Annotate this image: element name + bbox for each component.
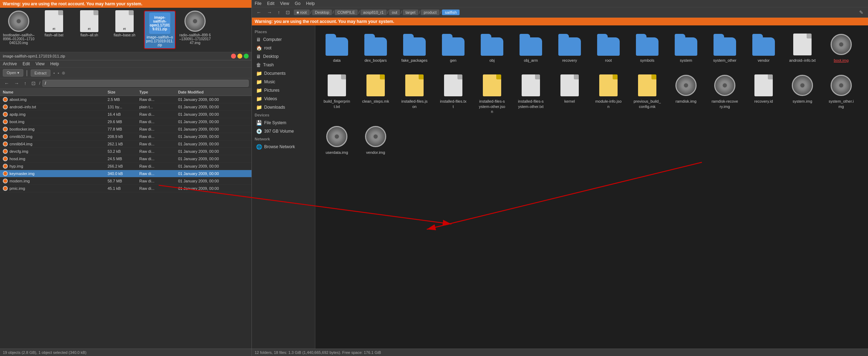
sidebar-pictures[interactable]: 📁Pictures — [252, 86, 315, 95]
breadcrumb-desktop[interactable]: Desktop — [312, 10, 332, 15]
location-input[interactable] — [42, 80, 249, 87]
menu-view[interactable]: View — [36, 61, 45, 66]
archive-row[interactable]: apdp.img 16.4 kB Raw di... 01 January 20… — [0, 111, 251, 118]
grid-item[interactable]: root — [593, 31, 624, 65]
grid-item[interactable]: data — [321, 31, 353, 65]
grid-item-icon — [364, 125, 387, 148]
archive-row[interactable]: cmnlib64.img 262.1 kB Raw di... 01 Janua… — [0, 140, 251, 148]
thumb-flash-base[interactable]: #! flash–base.sh — [109, 11, 140, 49]
right-nav-back[interactable]: ← — [255, 9, 263, 16]
breadcrumb-sailfish[interactable]: sailfish — [442, 10, 460, 15]
breadcrumb-compile[interactable]: COMPILE — [335, 10, 358, 15]
grid-item[interactable]: android–info.txt — [787, 31, 818, 65]
grid-item[interactable]: previous_build_config.mk — [631, 72, 663, 116]
sidebar-desktop[interactable]: 🖥Desktop — [252, 52, 315, 61]
archive-row[interactable]: devcfg.img 53.2 kB Raw di... 01 January … — [0, 148, 251, 155]
sidebar-root[interactable]: 🏠root — [252, 44, 315, 52]
thumb-bootloader[interactable]: bootloader–sailfish–8996–012001–17100401… — [3, 11, 35, 49]
sidebar-filesystem[interactable]: 💾File System — [252, 119, 315, 127]
nav-back[interactable]: ← — [3, 80, 11, 87]
grid-item[interactable]: kernel — [554, 72, 585, 116]
right-nav-up[interactable]: ↑ — [276, 9, 282, 16]
grid-item[interactable]: module-info.json — [593, 72, 624, 116]
right-nav-home[interactable]: ⊡ — [284, 9, 292, 16]
menu-edit[interactable]: Edit — [23, 61, 30, 66]
right-menu-file[interactable]: File — [255, 1, 261, 6]
file-type-cell: Raw di... — [139, 179, 178, 183]
open-button[interactable]: Open ▾ — [3, 69, 23, 77]
file-disk-icon — [3, 112, 8, 117]
grid-item[interactable]: ramdisk-recovery.img — [709, 72, 741, 116]
nav-home[interactable]: ⊡ — [30, 80, 37, 87]
archive-row[interactable]: bootlocker.img 77.8 MB Raw di... 01 Janu… — [0, 126, 251, 133]
sidebar-trash[interactable]: 🗑Trash — [252, 61, 315, 69]
col-size[interactable]: Size — [108, 90, 139, 94]
col-date[interactable]: Date Modified — [178, 90, 249, 94]
grid-item[interactable]: ramdisk.img — [670, 72, 702, 116]
archive-row[interactable]: cmnlib32.img 208.9 kB Raw di... 01 Janua… — [0, 133, 251, 140]
sidebar-volume[interactable]: 💿397 GB Volume — [252, 127, 315, 135]
grid-item[interactable]: system — [670, 31, 702, 65]
sidebar-browse-network[interactable]: 🌐Browse Network — [252, 143, 315, 151]
archive-row[interactable]: pmic.img 45.1 kB Raw di... 01 January 20… — [0, 185, 251, 192]
sidebar-videos[interactable]: 📁Videos — [252, 95, 315, 103]
nav-forward[interactable]: → — [13, 80, 20, 87]
thumb-radio[interactable]: radio–sailfish–899 6–130091–1710201747.i… — [179, 11, 211, 49]
grid-item[interactable]: vendor — [748, 31, 779, 65]
right-nav-forward[interactable]: → — [265, 9, 274, 16]
grid-item[interactable]: vendor.img — [360, 123, 391, 157]
grid-item[interactable]: recovery — [554, 31, 585, 65]
breadcrumb-root[interactable]: ■ root — [294, 10, 310, 15]
archive-row[interactable]: aboot.img 2.5 MB Raw di... 01 January 20… — [0, 96, 251, 103]
grid-item[interactable]: fake_packages — [399, 31, 430, 65]
archive-row[interactable]: modem.img 58.7 MB Raw di... 01 January 2… — [0, 177, 251, 185]
right-menu-view[interactable]: View — [280, 1, 289, 6]
grid-item[interactable]: userdata.img — [321, 123, 353, 157]
archive-row[interactable]: hyp.img 266.2 kB Raw di... 01 January 20… — [0, 163, 251, 170]
menu-help[interactable]: Help — [50, 61, 59, 66]
thumb-flash-sh[interactable]: #! flash–all.sh — [73, 11, 105, 49]
archive-row[interactable]: boot.img 29.6 MB Raw di... 01 January 20… — [0, 118, 251, 126]
extract-button[interactable]: Extract — [31, 70, 50, 77]
grid-item[interactable]: system_other — [709, 31, 741, 65]
right-menu-help[interactable]: Help — [306, 1, 315, 6]
thumb-image-zip[interactable]: image-sailfish-opm1.17101 9.011.zip imag… — [144, 11, 176, 49]
sidebar-downloads[interactable]: 📁Downloads — [252, 103, 315, 111]
breadcrumb-product[interactable]: product — [421, 10, 439, 15]
minimize-button[interactable] — [237, 54, 242, 59]
grid-item[interactable]: installed-files.txt — [437, 72, 469, 116]
right-nav-edit[interactable]: ✎ — [857, 9, 865, 16]
close-button[interactable] — [231, 54, 236, 59]
grid-item[interactable]: installed-files-system-other.txt — [515, 72, 547, 116]
archive-row[interactable]: hosd.img 24.5 MB Raw di... 01 January 20… — [0, 155, 251, 163]
right-menu-edit[interactable]: Edit — [267, 1, 274, 6]
sidebar-computer[interactable]: 🖥Computer — [252, 35, 315, 44]
grid-item[interactable]: boot.img — [825, 31, 857, 65]
right-menu-go[interactable]: Go — [295, 1, 301, 6]
grid-item[interactable]: installed-files.json — [399, 72, 430, 116]
grid-item[interactable]: obj — [476, 31, 508, 65]
col-type[interactable]: Type — [139, 90, 178, 94]
grid-item[interactable]: symbols — [631, 31, 663, 65]
breadcrumb-aosp[interactable]: aosp810_r1 — [360, 10, 387, 15]
grid-item[interactable]: system.img — [787, 72, 818, 116]
grid-item[interactable]: system_other.img — [825, 72, 857, 116]
grid-item[interactable]: recovery.id — [748, 72, 779, 116]
breadcrumb-target[interactable]: target — [403, 10, 418, 15]
menu-archive[interactable]: Archive — [3, 61, 17, 66]
nav-up[interactable]: ↑ — [23, 80, 28, 87]
sidebar-music[interactable]: 📁Music — [252, 78, 315, 86]
grid-item[interactable]: obj_arm — [515, 31, 547, 65]
maximize-button[interactable] — [244, 54, 249, 59]
grid-item[interactable]: dex_bootjars — [360, 31, 391, 65]
grid-item[interactable]: installed-files-system-other.json — [476, 72, 508, 116]
breadcrumb-out[interactable]: out — [389, 10, 400, 15]
thumb-flash-bat[interactable]: #! flash–all.bat — [38, 11, 70, 49]
grid-item[interactable]: build_fingerprint.txt — [321, 72, 353, 116]
archive-row[interactable]: keymaster.img 340.0 kB Raw di... 01 Janu… — [0, 170, 251, 177]
grid-item[interactable]: clean_steps.mk — [360, 72, 391, 116]
grid-item[interactable]: gen — [437, 31, 469, 65]
col-name[interactable]: Name — [3, 90, 108, 94]
archive-row[interactable]: android–info.txt 131 by... plain t... 01… — [0, 103, 251, 111]
sidebar-documents[interactable]: 📁Documents — [252, 69, 315, 78]
